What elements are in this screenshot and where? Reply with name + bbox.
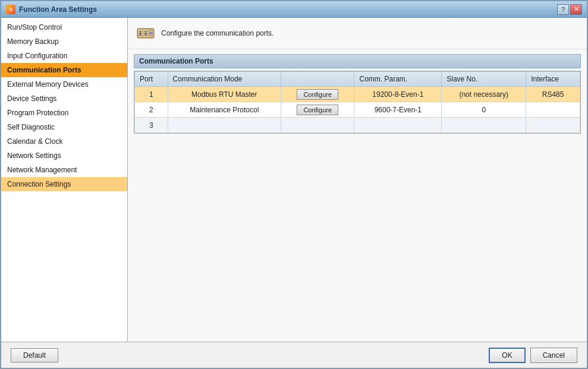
app-icon: ⚙ bbox=[6, 5, 15, 14]
ok-button[interactable]: OK bbox=[489, 348, 525, 363]
comm-ports-icon bbox=[136, 24, 155, 43]
cell-port-2: 3 bbox=[135, 118, 168, 133]
footer-right: OK Cancel bbox=[489, 348, 577, 363]
sidebar-item-external-memory-devices[interactable]: External Memory Devices bbox=[1, 77, 127, 92]
table-row[interactable]: 1Modbus RTU MasterConfigure19200-8-Even-… bbox=[135, 87, 580, 102]
comm-ports-table: Port Communication Mode Comm. Param. Sla… bbox=[134, 71, 580, 133]
cell-comm-param-1: 9600-7-Even-1 bbox=[354, 102, 442, 118]
sidebar-item-run-stop-control[interactable]: Run/Stop Control bbox=[1, 20, 127, 34]
cell-port-1: 2 bbox=[135, 102, 168, 118]
cancel-button[interactable]: Cancel bbox=[530, 348, 577, 363]
sidebar-item-memory-backup[interactable]: Memory Backup bbox=[1, 34, 127, 49]
svg-rect-3 bbox=[139, 33, 142, 34]
title-bar: ⚙ Function Area Settings ? ✕ bbox=[1, 1, 587, 18]
sidebar-item-program-protection[interactable]: Program Protection bbox=[1, 106, 127, 120]
comm-ports-table-container: Port Communication Mode Comm. Param. Sla… bbox=[134, 71, 581, 134]
cell-configure-2 bbox=[281, 118, 354, 133]
svg-rect-2 bbox=[139, 31, 142, 32]
col-interface: Interface bbox=[526, 72, 580, 87]
sidebar-item-device-settings[interactable]: Device Settings bbox=[1, 92, 127, 106]
svg-rect-9 bbox=[149, 32, 153, 34]
cell-configure-0: Configure bbox=[281, 87, 354, 102]
col-slave-no: Slave No. bbox=[442, 72, 526, 87]
configure-button-1[interactable]: Configure bbox=[297, 105, 338, 115]
sidebar-item-calendar-clock[interactable]: Calendar & Clock bbox=[1, 134, 127, 149]
svg-rect-8 bbox=[144, 34, 147, 36]
title-bar-left: ⚙ Function Area Settings bbox=[6, 5, 97, 14]
sidebar-item-input-configuration[interactable]: Input Configuration bbox=[1, 49, 127, 63]
header-description: Configure the communication ports. bbox=[161, 29, 273, 37]
col-comm-mode: Communication Mode bbox=[168, 72, 281, 87]
col-configure bbox=[281, 72, 354, 87]
close-button[interactable]: ✕ bbox=[570, 4, 582, 15]
sidebar-item-self-diagnostic[interactable]: Self Diagnostic bbox=[1, 120, 127, 134]
main-header: Configure the communication ports. bbox=[128, 18, 587, 49]
content-area: Run/Stop ControlMemory BackupInput Confi… bbox=[1, 18, 587, 342]
sidebar-item-connection-settings[interactable]: Connection Settings bbox=[1, 177, 127, 191]
svg-rect-4 bbox=[139, 34, 142, 36]
footer: Default OK Cancel bbox=[1, 342, 587, 368]
sidebar: Run/Stop ControlMemory BackupInput Confi… bbox=[1, 18, 128, 342]
cell-interface-2 bbox=[526, 118, 580, 133]
cell-port-0: 1 bbox=[135, 87, 168, 102]
cell-comm-mode-0: Modbus RTU Master bbox=[168, 87, 281, 102]
cell-comm-param-2 bbox=[354, 118, 442, 133]
sidebar-item-network-settings[interactable]: Network Settings bbox=[1, 149, 127, 163]
sidebar-item-network-management[interactable]: Network Management bbox=[1, 163, 127, 177]
svg-rect-6 bbox=[144, 31, 147, 32]
table-header-row: Port Communication Mode Comm. Param. Sla… bbox=[135, 72, 580, 87]
cell-slave-no-2 bbox=[442, 118, 526, 133]
cell-slave-no-0: (not necessary) bbox=[442, 87, 526, 102]
footer-left: Default bbox=[11, 348, 58, 362]
main-window: ⚙ Function Area Settings ? ✕ Run/Stop Co… bbox=[0, 0, 588, 369]
table-row[interactable]: 3 bbox=[135, 118, 580, 133]
svg-rect-7 bbox=[144, 33, 147, 34]
configure-button-0[interactable]: Configure bbox=[297, 89, 338, 100]
cell-comm-mode-1: Maintenance Protocol bbox=[168, 102, 281, 118]
col-port: Port bbox=[135, 72, 168, 87]
col-comm-param: Comm. Param. bbox=[354, 72, 442, 87]
main-panel: Configure the communication ports. Commu… bbox=[128, 18, 587, 342]
help-button[interactable]: ? bbox=[557, 4, 569, 15]
cell-comm-mode-2 bbox=[168, 118, 281, 133]
cell-interface-0: RS485 bbox=[526, 87, 580, 102]
window-title: Function Area Settings bbox=[19, 5, 97, 14]
cell-interface-1 bbox=[526, 102, 580, 118]
title-buttons: ? ✕ bbox=[557, 4, 582, 15]
cell-comm-param-0: 19200-8-Even-1 bbox=[354, 87, 442, 102]
section-title: Communication Ports bbox=[134, 54, 581, 68]
sidebar-item-communication-ports[interactable]: Communication Ports bbox=[1, 63, 127, 77]
table-row[interactable]: 2Maintenance ProtocolConfigure9600-7-Eve… bbox=[135, 102, 580, 118]
cell-slave-no-1: 0 bbox=[442, 102, 526, 118]
default-button[interactable]: Default bbox=[11, 348, 58, 362]
cell-configure-1: Configure bbox=[281, 102, 354, 118]
